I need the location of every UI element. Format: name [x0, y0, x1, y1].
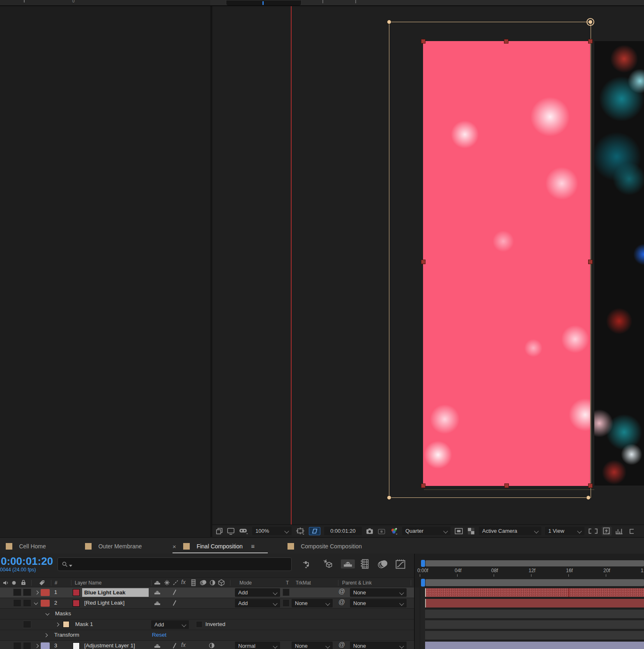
- pick-whip-icon[interactable]: @: [338, 641, 345, 649]
- timeline-search-input[interactable]: [58, 557, 292, 571]
- inverted-checkbox[interactable]: [196, 621, 202, 628]
- shy-toggle-icon[interactable]: [154, 600, 161, 606]
- frame-blending-icon[interactable]: [360, 559, 370, 569]
- trkmat-dropdown[interactable]: None: [292, 599, 333, 608]
- label-color-swatch[interactable]: [41, 600, 50, 607]
- pick-whip-icon[interactable]: @: [338, 588, 345, 595]
- expand-arrow-icon[interactable]: [55, 623, 60, 627]
- shy-toggle-icon[interactable]: [154, 643, 161, 649]
- layer-color-swatch[interactable]: [73, 589, 80, 596]
- mask-vertex[interactable]: [504, 483, 509, 488]
- mask-name[interactable]: Mask 1: [75, 621, 93, 627]
- layer-color-swatch[interactable]: [73, 600, 80, 607]
- effects-toggle-icon[interactable]: fx: [181, 642, 186, 648]
- quality-toggle-icon[interactable]: [174, 600, 175, 608]
- transform-label[interactable]: Transform: [54, 632, 79, 638]
- grid-guides-icon[interactable]: [295, 527, 305, 535]
- current-time-display[interactable]: 0:00:01:20: [1, 555, 53, 568]
- mask-path-visibility-icon[interactable]: [309, 527, 320, 535]
- parent-dropdown[interactable]: None: [350, 588, 407, 597]
- mask-mode-dropdown[interactable]: Add: [151, 620, 189, 629]
- preserve-transparency-toggle[interactable]: [283, 589, 290, 596]
- mask-vertex[interactable]: [504, 39, 508, 44]
- fast-previews-icon[interactable]: [602, 527, 612, 536]
- layer-3-duration-bar[interactable]: [425, 642, 644, 649]
- search-options-caret[interactable]: [69, 565, 72, 567]
- mini-flowchart-icon[interactable]: [302, 560, 313, 569]
- shy-toggle-icon[interactable]: [154, 589, 161, 595]
- audio-toggle[interactable]: [13, 642, 21, 649]
- channel-settings-icon[interactable]: [389, 527, 398, 535]
- pick-whip-icon[interactable]: @: [338, 598, 345, 606]
- trkmat-dropdown[interactable]: None: [292, 642, 333, 649]
- clipped-toolbar-icon[interactable]: [628, 527, 634, 535]
- snapshot-camera-icon[interactable]: [366, 527, 374, 535]
- timeline-track-area[interactable]: 0:00f 04f 08f 12f 16f 20f 1:00f: [414, 554, 644, 649]
- time-navigator-start-handle[interactable]: [421, 560, 425, 567]
- layer-name-selected[interactable]: Blue Light Leak: [82, 588, 149, 597]
- hide-shy-layers-icon[interactable]: [341, 559, 355, 568]
- label-color-swatch[interactable]: [41, 642, 50, 649]
- layer-color-swatch[interactable]: [73, 642, 80, 649]
- viewer-timecode[interactable]: 0:00:01:20: [324, 527, 362, 535]
- collapse-arrow-icon[interactable]: [34, 601, 38, 605]
- bbox-handle-top-right[interactable]: [589, 20, 592, 24]
- mask-vertex[interactable]: [421, 39, 426, 44]
- view-layout-dropdown[interactable]: 1 View: [545, 527, 584, 535]
- parent-dropdown[interactable]: None: [350, 599, 407, 608]
- composition-viewer[interactable]: [212, 6, 644, 525]
- 3d-view-dropdown[interactable]: Active Camera: [479, 527, 541, 535]
- masks-group-row[interactable]: Masks: [0, 609, 414, 619]
- masks-group-label[interactable]: Masks: [55, 610, 71, 617]
- bbox-handle-top-right-ring[interactable]: [586, 18, 594, 26]
- monitor-icon[interactable]: [227, 527, 235, 535]
- mask-vertex[interactable]: [588, 260, 593, 264]
- mini-scrubber-playhead[interactable]: [262, 1, 264, 5]
- draft-3d-icon[interactable]: [323, 559, 334, 569]
- audio-toggle[interactable]: [13, 589, 21, 596]
- bbox-handle-bottom-right[interactable]: [586, 495, 591, 500]
- label-color-swatch[interactable]: [41, 589, 50, 596]
- collapse-arrow-icon[interactable]: [46, 612, 50, 616]
- motion-blur-icon[interactable]: [377, 559, 389, 569]
- solo-toggle[interactable]: [23, 589, 31, 596]
- mask-1-row[interactable]: Mask 1 Add Inverted: [0, 619, 414, 630]
- vr-goggles-icon[interactable]: [239, 527, 248, 535]
- close-icon[interactable]: ×: [172, 543, 176, 550]
- time-navigator-bar[interactable]: [426, 560, 644, 566]
- transform-reset-link[interactable]: Reset: [152, 632, 166, 638]
- region-of-interest-icon[interactable]: [454, 527, 463, 535]
- graph-editor-icon[interactable]: [395, 559, 406, 569]
- adjustment-layer-toggle-icon[interactable]: [209, 642, 215, 649]
- expand-arrow-icon[interactable]: [35, 591, 39, 595]
- layer-row-2[interactable]: 2 [Red Light Leak] Add None @ None: [0, 598, 414, 608]
- transparency-grid-icon[interactable]: [467, 527, 475, 535]
- mask-vertex[interactable]: [588, 483, 593, 488]
- tab-final-composition[interactable]: × Final Composition ≡: [172, 543, 255, 550]
- mask-visibility-toggle[interactable]: [23, 621, 31, 628]
- zoom-level-dropdown[interactable]: 100%: [252, 527, 292, 535]
- solo-toggle[interactable]: [23, 642, 31, 649]
- resolution-dropdown[interactable]: Quarter: [402, 527, 451, 535]
- layer-name[interactable]: [Red Light Leak]: [84, 600, 124, 606]
- always-preview-icon[interactable]: [216, 527, 223, 535]
- expand-arrow-icon[interactable]: [35, 644, 39, 648]
- layer-row-1[interactable]: 1 Blue Light Leak Add @ None: [0, 587, 414, 598]
- panel-menu-icon[interactable]: ≡: [251, 543, 255, 550]
- tab-outer-membrane[interactable]: Outer Membrane: [85, 543, 142, 550]
- layer-row-3[interactable]: 3 [Adjustment Layer 1] fx Normal None @ …: [0, 641, 414, 649]
- blend-mode-dropdown[interactable]: Add: [235, 588, 280, 597]
- layer-name[interactable]: [Adjustment Layer 1]: [84, 642, 135, 649]
- quality-toggle-icon[interactable]: [174, 589, 175, 597]
- work-area-bar[interactable]: [426, 579, 644, 586]
- current-time-indicator-handle[interactable]: [421, 579, 425, 587]
- mask-vertex[interactable]: [588, 39, 593, 44]
- parent-dropdown[interactable]: None: [350, 642, 407, 649]
- solo-toggle[interactable]: [23, 599, 31, 607]
- composition-flowchart-icon[interactable]: [615, 527, 624, 535]
- tab-composite-composition[interactable]: Composite Composition: [288, 543, 362, 550]
- expand-arrow-icon[interactable]: [44, 633, 48, 637]
- preserve-transparency-toggle[interactable]: [283, 599, 290, 607]
- layer-marker[interactable]: [568, 588, 569, 597]
- layer-1-duration-bar[interactable]: [425, 588, 644, 597]
